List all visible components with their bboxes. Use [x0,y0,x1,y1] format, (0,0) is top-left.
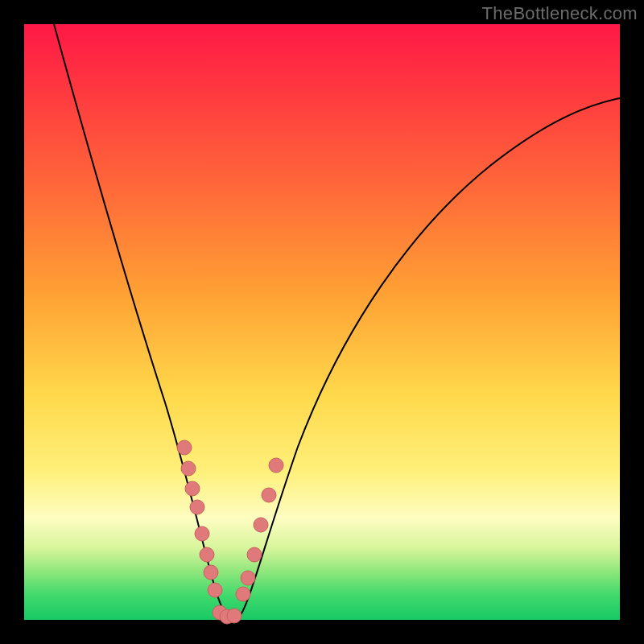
bead [200,547,214,562]
bottleneck-curve [54,24,620,617]
plot-area [24,24,620,620]
bead [247,547,262,562]
bead [241,571,255,585]
bead [195,526,209,541]
bead [177,440,192,455]
bead [262,488,276,502]
bead [185,481,200,496]
bead [181,461,196,476]
watermark-text: TheBottleneck.com [482,3,638,24]
chart-frame: TheBottleneck.com [0,0,644,644]
bead [269,458,283,473]
bead [208,583,222,597]
bead [236,587,250,601]
curve-layer [24,24,620,620]
bead [190,500,204,514]
bead [227,609,242,623]
bead [254,518,268,532]
bead [204,565,218,580]
